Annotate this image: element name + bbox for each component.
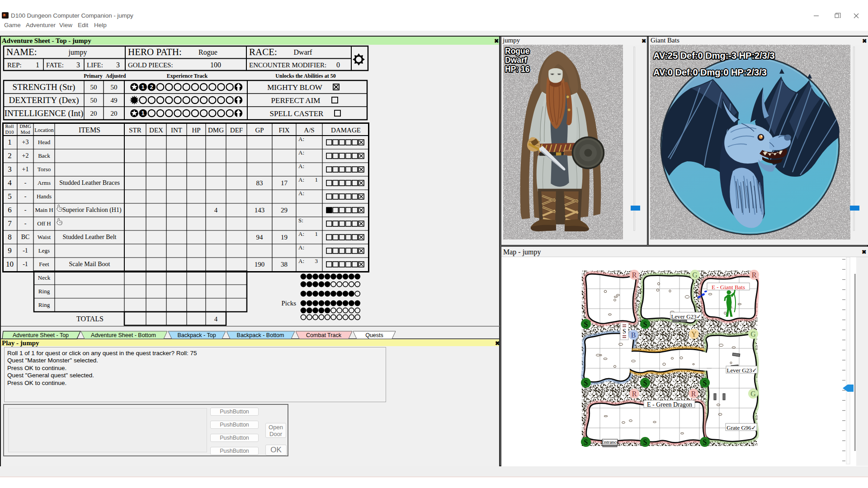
svg-text:ITEMS: ITEMS xyxy=(79,126,100,134)
svg-text:RACE:: RACE: xyxy=(249,47,277,57)
svg-text:Adventure Sheet - Top: Adventure Sheet - Top xyxy=(13,332,69,338)
svg-text:-: - xyxy=(24,179,27,186)
svg-text:R: R xyxy=(691,390,696,398)
svg-text:3: 3 xyxy=(8,165,12,174)
svg-text:G: G xyxy=(692,271,698,279)
svg-text:GP: GP xyxy=(255,127,264,134)
svg-text:20: 20 xyxy=(90,110,97,117)
svg-text:1: 1 xyxy=(315,176,318,183)
svg-text:17: 17 xyxy=(281,179,288,187)
svg-text:HP: HP xyxy=(192,127,200,134)
svg-text:R: R xyxy=(632,390,637,398)
svg-text:GOLD PIECES:: GOLD PIECES: xyxy=(128,61,173,69)
svg-text:G: G xyxy=(750,390,756,398)
svg-text:S: S xyxy=(584,320,588,328)
svg-text:1: 1 xyxy=(8,138,12,146)
svg-text:Grate G96✓: Grate G96✓ xyxy=(726,424,756,431)
svg-text:83: 83 xyxy=(256,179,263,187)
svg-text:-: - xyxy=(24,193,27,200)
svg-text:Legs: Legs xyxy=(38,247,50,254)
svg-text:Entrance: Entrance xyxy=(601,439,618,445)
svg-text:Experience Track: Experience Track xyxy=(167,73,208,79)
svg-text:A/S: A/S xyxy=(304,127,314,134)
svg-text:143: 143 xyxy=(255,206,265,214)
svg-text:B: B xyxy=(631,331,636,339)
svg-text:50: 50 xyxy=(90,97,97,104)
svg-text:0: 0 xyxy=(336,61,340,69)
svg-text:Studded Leather Braces: Studded Leather Braces xyxy=(59,179,120,186)
svg-text:20: 20 xyxy=(111,110,118,117)
svg-text:Y: Y xyxy=(691,330,697,338)
svg-text:jumpy: jumpy xyxy=(68,48,87,56)
svg-text:Main H: Main H xyxy=(35,206,53,213)
svg-text:S: S xyxy=(584,438,588,446)
svg-text:1: 1 xyxy=(315,230,318,237)
svg-text:6: 6 xyxy=(8,206,12,214)
svg-text:S: S xyxy=(643,379,647,387)
svg-text:+2: +2 xyxy=(22,152,29,159)
svg-text:NAME:: NAME: xyxy=(6,47,37,57)
svg-text:Dwarf: Dwarf xyxy=(294,48,313,56)
svg-text:A:: A: xyxy=(298,230,304,237)
svg-text:2: 2 xyxy=(150,84,153,90)
svg-text:HERO PATH:: HERO PATH: xyxy=(128,47,182,57)
svg-text:S: S xyxy=(643,320,647,328)
svg-text:Lever G23✓: Lever G23✓ xyxy=(727,367,757,374)
svg-text:Backpack - Top: Backpack - Top xyxy=(177,332,216,338)
svg-text:-1: -1 xyxy=(23,247,28,254)
svg-text:G: G xyxy=(750,330,756,338)
svg-text:Back: Back xyxy=(38,152,50,159)
svg-text:Ring: Ring xyxy=(38,301,50,308)
svg-text:Backpack - Bottom: Backpack - Bottom xyxy=(237,332,284,338)
svg-text:ENCOUNTER MODIFIER:: ENCOUNTER MODIFIER: xyxy=(249,61,326,69)
svg-text:Location: Location xyxy=(34,127,54,133)
svg-text:100: 100 xyxy=(210,61,221,69)
svg-text:DEXTERITY (Dex): DEXTERITY (Dex) xyxy=(9,95,79,105)
svg-text:A:: A: xyxy=(298,136,304,142)
svg-text:MIGHTY BLOW: MIGHTY BLOW xyxy=(267,83,323,92)
svg-text:Ring: Ring xyxy=(38,288,50,295)
svg-text:Mod: Mod xyxy=(21,129,30,135)
svg-text:9: 9 xyxy=(8,246,12,255)
svg-text:4: 4 xyxy=(214,315,218,323)
svg-text:A:: A: xyxy=(298,149,304,156)
svg-text:-: - xyxy=(24,206,27,213)
svg-text:Hands: Hands xyxy=(37,193,52,200)
svg-text:Roll: Roll xyxy=(5,123,14,129)
svg-text:Adjusted: Adjusted xyxy=(106,73,126,79)
svg-text:TOTALS: TOTALS xyxy=(76,315,104,323)
svg-text:Waist: Waist xyxy=(38,234,51,240)
svg-text:STR: STR xyxy=(129,127,142,134)
svg-text:FIX: FIX xyxy=(278,127,289,134)
svg-text:INT: INT xyxy=(171,127,182,134)
svg-text:-1: -1 xyxy=(23,261,28,267)
svg-text:Picks: Picks xyxy=(281,300,296,307)
svg-text:A:: A: xyxy=(298,244,304,251)
svg-text:FATE:: FATE: xyxy=(46,61,64,69)
svg-text:Lever G23✓: Lever G23✓ xyxy=(671,313,702,320)
svg-text:Arms: Arms xyxy=(38,179,51,186)
svg-text:Studded Leather Belt: Studded Leather Belt xyxy=(63,234,117,240)
svg-text:S: S xyxy=(703,438,707,446)
svg-text:2: 2 xyxy=(8,151,12,160)
svg-text:190: 190 xyxy=(255,261,265,268)
svg-text:19: 19 xyxy=(281,234,288,241)
svg-text:S: S xyxy=(623,328,626,335)
svg-text:Neck: Neck xyxy=(38,274,51,281)
svg-text:4: 4 xyxy=(214,206,218,214)
svg-text:Quests: Quests xyxy=(365,332,383,338)
svg-text:8: 8 xyxy=(8,233,12,241)
svg-text:+3: +3 xyxy=(22,139,29,145)
svg-text:PERFECT AIM: PERFECT AIM xyxy=(271,96,321,105)
svg-text:29: 29 xyxy=(281,206,288,214)
svg-text:Superior Falchion (H1): Superior Falchion (H1) xyxy=(62,206,122,214)
svg-text:D10: D10 xyxy=(5,129,14,135)
svg-text:3: 3 xyxy=(76,61,80,69)
svg-text:+1: +1 xyxy=(22,166,29,173)
svg-text:S: S xyxy=(584,379,588,387)
svg-text:DMG: DMG xyxy=(19,123,31,129)
svg-text:DEF: DEF xyxy=(230,127,243,134)
svg-text:1: 1 xyxy=(142,84,145,90)
svg-text:DEX: DEX xyxy=(149,127,163,134)
svg-text:E - Giant Bats: E - Giant Bats xyxy=(712,284,745,291)
